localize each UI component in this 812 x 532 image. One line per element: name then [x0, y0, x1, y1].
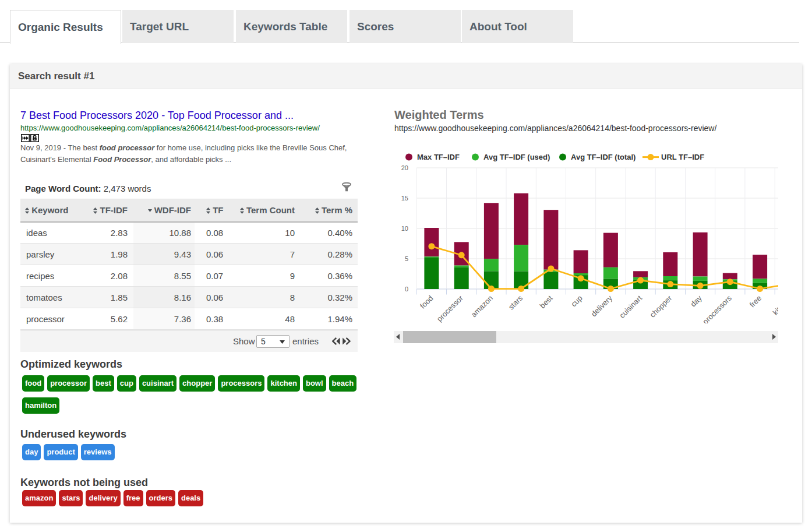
- svg-text:URL TF–IDF: URL TF–IDF: [661, 153, 704, 161]
- svg-text:free: free: [748, 294, 763, 309]
- svg-text:20: 20: [401, 164, 408, 171]
- svg-text:kitchen: kitchen: [771, 294, 778, 317]
- svg-text:food: food: [418, 294, 435, 311]
- svg-text:best: best: [538, 294, 555, 310]
- svg-text:delivery: delivery: [589, 294, 615, 319]
- svg-text:Avg TF–IDF (used): Avg TF–IDF (used): [483, 153, 550, 161]
- svg-text:cuisinart: cuisinart: [617, 294, 644, 320]
- svg-text:5: 5: [405, 255, 408, 262]
- svg-text:chopper: chopper: [648, 294, 674, 319]
- svg-text:amazon: amazon: [469, 294, 495, 319]
- svg-text:10: 10: [401, 225, 408, 232]
- svg-text:Avg TF–IDF (total): Avg TF–IDF (total): [571, 153, 636, 161]
- svg-text:processor: processor: [435, 294, 465, 323]
- svg-text:stars: stars: [507, 294, 525, 312]
- svg-text:day: day: [689, 294, 704, 309]
- svg-text:cup: cup: [569, 294, 584, 308]
- svg-text:Max TF–IDF: Max TF–IDF: [417, 153, 460, 161]
- svg-text:0: 0: [405, 286, 408, 293]
- svg-text:processors: processors: [701, 294, 733, 323]
- svg-text:15: 15: [401, 195, 408, 202]
